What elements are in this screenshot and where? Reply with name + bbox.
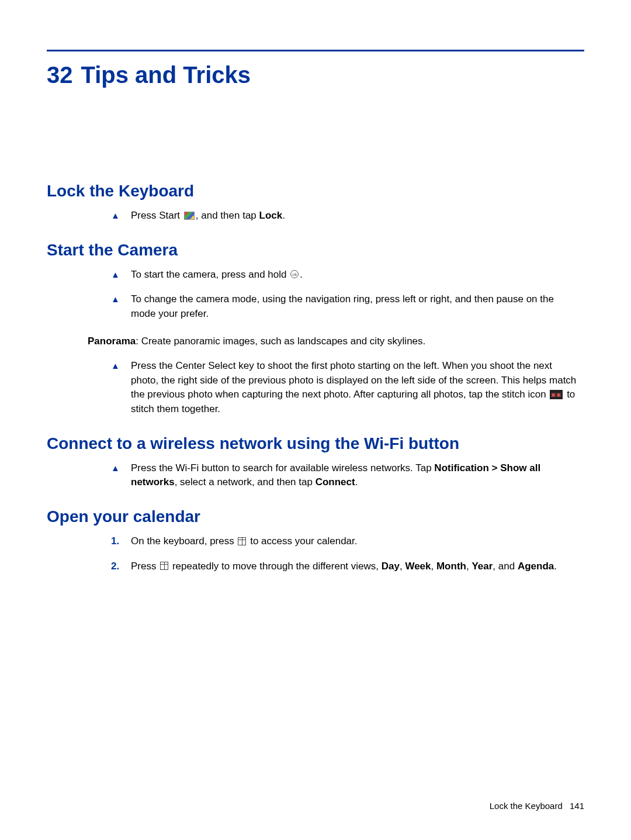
text-fragment: Press <box>131 561 159 572</box>
triangle-bullet-icon: ▲ <box>111 359 131 417</box>
list-item: ▲ Press the Wi-Fi button to search for a… <box>111 461 578 490</box>
section-body-wifi: ▲ Press the Wi-Fi button to search for a… <box>47 461 584 490</box>
text-fragment: to access your calendar. <box>247 535 357 547</box>
section-body-calendar: 1. On the keyboard, press to access your… <box>47 534 584 573</box>
text-fragment: . <box>300 269 303 280</box>
text-fragment: . <box>282 210 285 221</box>
triangle-bullet-icon: ▲ <box>111 292 131 321</box>
item-text: To change the camera mode, using the nav… <box>131 292 578 321</box>
chapter-name: Tips and Tricks <box>81 62 251 88</box>
list-item: 2. Press repeatedly to move through the … <box>111 559 578 574</box>
text-fragment: , and <box>493 561 518 572</box>
list-item: ▲ Press Start , and then tap Lock. <box>111 209 578 223</box>
list-item: ▲ To change the camera mode, using the n… <box>111 292 578 321</box>
text-fragment: , and then tap <box>196 210 259 221</box>
calendar-key-icon <box>160 562 168 570</box>
text-fragment: repeatedly to move through the different… <box>169 561 382 572</box>
triangle-bullet-icon: ▲ <box>111 461 131 490</box>
item-text: Press the Center Select key to shoot the… <box>131 359 578 417</box>
bold-text: Day <box>382 561 400 572</box>
item-text: To start the camera, press and hold ok. <box>131 268 578 282</box>
bold-text: Agenda <box>518 561 554 572</box>
list-number: 1. <box>111 534 131 549</box>
bold-text: Month <box>436 561 466 572</box>
triangle-bullet-icon: ▲ <box>111 209 131 223</box>
section-title-calendar: Open your calendar <box>47 507 584 526</box>
section-title-wifi: Connect to a wireless network using the … <box>47 434 584 453</box>
bold-text: Week <box>405 561 431 572</box>
text-fragment: , <box>466 561 471 572</box>
text-fragment: On the keyboard, press <box>131 535 237 547</box>
text-fragment: To start the camera, press and hold <box>131 269 289 280</box>
section-body-camera: ▲ To start the camera, press and hold ok… <box>47 268 584 322</box>
chapter-title: 32Tips and Tricks <box>47 62 584 88</box>
text-fragment: : Create panoramic images, such as lands… <box>136 336 425 347</box>
triangle-bullet-icon: ▲ <box>111 268 131 282</box>
text-fragment: Press the Center Select key to shoot the… <box>131 360 576 400</box>
section-title-camera: Start the Camera <box>47 241 584 260</box>
chapter-number: 32 <box>47 62 73 88</box>
item-text: Press Start , and then tap Lock. <box>131 209 578 223</box>
ok-button-icon: ok <box>290 270 299 278</box>
list-item: 1. On the keyboard, press to access your… <box>111 534 578 549</box>
page-number: 141 <box>570 801 584 811</box>
text-fragment: , <box>431 561 436 572</box>
list-item: ▲ To start the camera, press and hold ok… <box>111 268 578 282</box>
item-text: On the keyboard, press to access your ca… <box>131 534 578 549</box>
bold-text: Panorama <box>88 336 136 347</box>
text-fragment: Press Start <box>131 210 183 221</box>
bold-text: Lock <box>259 210 283 221</box>
chapter-rule <box>47 50 584 51</box>
bold-text: Year <box>471 561 493 572</box>
section-title-lock: Lock the Keyboard <box>47 182 584 201</box>
footer-text: Lock the Keyboard <box>490 801 563 811</box>
calendar-key-icon <box>238 537 246 545</box>
bold-text: Connect <box>316 476 355 488</box>
item-text: Press the Wi-Fi button to search for ava… <box>131 461 578 490</box>
text-fragment: , <box>400 561 405 572</box>
list-item: ▲ Press the Center Select key to shoot t… <box>111 359 578 417</box>
paragraph: Panorama: Create panoramic images, such … <box>47 334 584 349</box>
text-fragment: . <box>355 476 358 488</box>
list-number: 2. <box>111 559 131 574</box>
section-body-lock: ▲ Press Start , and then tap Lock. <box>47 209 584 223</box>
stitch-icon: ▣▣ <box>550 390 563 399</box>
text-fragment: , select a network, and then tap <box>175 476 316 488</box>
section-body-camera-2: ▲ Press the Center Select key to shoot t… <box>47 359 584 417</box>
text-fragment: Press the Wi-Fi button to search for ava… <box>131 462 434 473</box>
item-text: Press repeatedly to move through the dif… <box>131 559 578 574</box>
windows-start-icon <box>184 212 195 220</box>
page-footer: Lock the Keyboard 141 <box>490 801 584 811</box>
text-fragment: . <box>554 561 557 572</box>
